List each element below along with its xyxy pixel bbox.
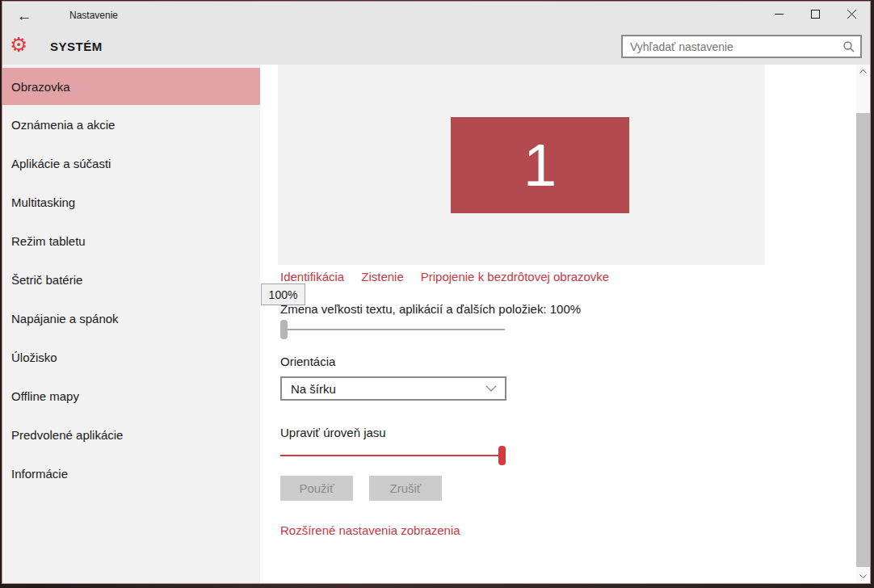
monitor-1[interactable]: 1	[451, 117, 629, 213]
sidebar-item-label: Režim tabletu	[11, 234, 86, 248]
scale-slider[interactable]	[280, 319, 505, 340]
cancel-button[interactable]: Zrušiť	[369, 476, 442, 501]
identify-link[interactable]: Identifikácia	[280, 270, 344, 284]
orientation-dropdown[interactable]: Na šírku	[280, 376, 506, 401]
scale-tooltip: 100%	[261, 284, 305, 305]
brightness-label: Upraviť úroveň jasu	[280, 426, 386, 439]
page-title: SYSTÉM	[50, 40, 103, 53]
scale-slider-thumb[interactable]	[280, 320, 288, 339]
scrollbar-thumb[interactable]	[856, 113, 870, 567]
window-title: Nastavenie	[69, 10, 118, 21]
chevron-down-icon	[477, 385, 505, 392]
advanced-display-settings-link[interactable]: Rozšírené nastavenia zobrazenia	[280, 523, 460, 537]
sidebar-item-label: Úložisko	[11, 351, 57, 364]
scrollbar	[856, 65, 870, 583]
sidebar-item-label: Informácie	[11, 467, 68, 481]
sidebar-item-label: Aplikácie a súčasti	[11, 157, 111, 170]
scrollbar-up-arrow[interactable]	[856, 65, 870, 78]
sidebar-item-offline-mapy[interactable]: Offline mapy	[2, 376, 260, 415]
orientation-label: Orientácia	[280, 355, 335, 368]
sidebar-item-rezim-tabletu[interactable]: Režim tabletu	[2, 221, 260, 260]
minimize-button[interactable]	[761, 2, 797, 26]
sidebar-item-napajanie[interactable]: Napájanie a spánok	[2, 299, 260, 338]
search-box	[621, 35, 862, 58]
sidebar-item-label: Obrazovka	[11, 80, 70, 94]
brightness-slider-thumb[interactable]	[498, 446, 506, 465]
system-gear-icon: ⚙	[10, 34, 27, 55]
scale-label: Zmena veľkosti textu, aplikácií a ďalšíc…	[280, 302, 581, 316]
sidebar-item-multitasking[interactable]: Multitasking	[2, 183, 260, 221]
search-icon[interactable]	[838, 41, 860, 52]
brightness-slider[interactable]	[280, 445, 506, 466]
orientation-value: Na šírku	[282, 382, 477, 396]
brightness-slider-track[interactable]	[280, 455, 506, 456]
display-preview-panel: 1	[278, 65, 765, 265]
main-content: 1 Identifikácia Zistenie Pripojenie k be…	[260, 65, 870, 583]
settings-window: ← Nastavenie ⚙ SYSTÉM Obrazovka Oznámeni…	[2, 1, 871, 584]
sidebar-item-label: Oznámenia a akcie	[11, 118, 115, 132]
sidebar-item-aplikacie[interactable]: Aplikácie a súčasti	[2, 144, 260, 183]
maximize-button[interactable]	[797, 2, 834, 26]
sidebar-item-label: Šetrič batérie	[11, 273, 82, 287]
back-button[interactable]: ←	[12, 5, 36, 27]
detect-link[interactable]: Zistenie	[361, 270, 404, 284]
header: ← Nastavenie ⚙ SYSTÉM	[2, 2, 870, 65]
sidebar-item-setric-baterie[interactable]: Šetrič batérie	[2, 260, 260, 299]
minimize-icon	[775, 10, 784, 19]
sidebar-item-obrazovka[interactable]: Obrazovka	[2, 68, 260, 105]
display-links: Identifikácia Zistenie Pripojenie k bezd…	[280, 270, 609, 284]
caption-controls	[761, 2, 870, 26]
apply-button[interactable]: Použiť	[280, 476, 353, 501]
sidebar: Obrazovka Oznámenia a akcie Aplikácie a …	[2, 65, 260, 583]
wireless-display-link[interactable]: Pripojenie k bezdrôtovej obrazovke	[421, 270, 609, 284]
close-icon	[847, 10, 856, 19]
close-button[interactable]	[834, 2, 870, 26]
sidebar-item-informacie[interactable]: Informácie	[2, 454, 260, 493]
monitor-number: 1	[523, 131, 557, 200]
sidebar-item-oznamenia[interactable]: Oznámenia a akcie	[2, 105, 260, 144]
sidebar-item-label: Offline mapy	[11, 389, 79, 403]
sidebar-item-predvolene-aplikacie[interactable]: Predvolené aplikácie	[2, 415, 260, 454]
maximize-icon	[811, 10, 820, 19]
search-input[interactable]	[623, 40, 838, 53]
sidebar-item-label: Predvolené aplikácie	[11, 428, 123, 442]
scale-slider-track[interactable]	[280, 329, 505, 330]
sidebar-item-ulozisko[interactable]: Úložisko	[2, 338, 260, 376]
scrollbar-down-arrow[interactable]	[856, 569, 870, 583]
sidebar-item-label: Napájanie a spánok	[11, 312, 119, 326]
sidebar-item-label: Multitasking	[11, 195, 75, 209]
